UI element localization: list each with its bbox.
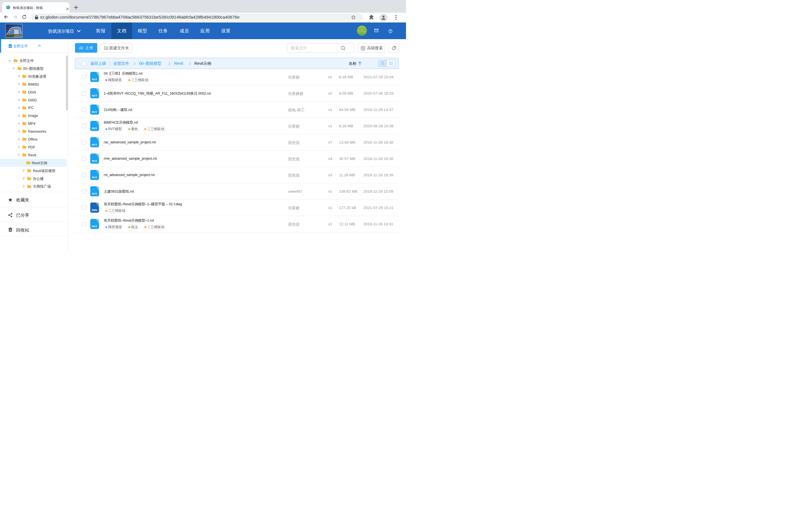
svg-text:RVT: RVT <box>92 78 97 81</box>
svg-text:RVT: RVT <box>92 111 97 114</box>
svg-text:RVT: RVT <box>92 144 97 146</box>
svg-text:RVT: RVT <box>92 127 97 130</box>
svg-text:RVT: RVT <box>92 225 97 228</box>
svg-text:RVT: RVT <box>92 94 97 97</box>
svg-text:DWG: DWG <box>92 209 97 212</box>
svg-text:RVT: RVT <box>92 176 97 179</box>
svg-text:RVT: RVT <box>92 160 97 163</box>
svg-text:RVT: RVT <box>92 192 97 195</box>
